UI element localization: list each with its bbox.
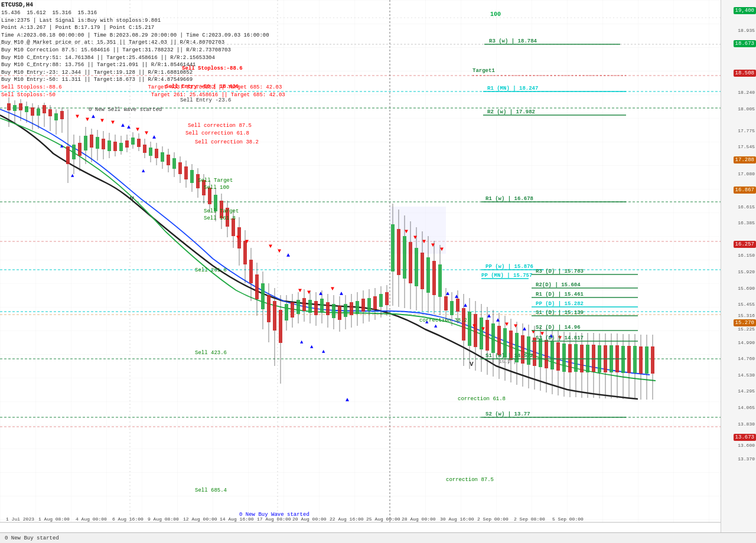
svg-text:▲: ▲	[496, 317, 500, 323]
svg-rect-168	[444, 296, 448, 310]
svg-text:▲: ▲	[92, 113, 95, 120]
svg-rect-150	[391, 224, 395, 272]
svg-text:▼: ▼	[413, 234, 417, 241]
line-info: Line:2375 | Last Signal is:Buy with stop…	[1, 17, 285, 25]
svg-text:S1 (w) | 14.572: S1 (w) | 14.572	[485, 353, 533, 359]
svg-rect-46	[84, 136, 87, 151]
svg-rect-24	[19, 103, 22, 110]
svg-rect-42	[72, 145, 76, 159]
svg-text:▲: ▲	[300, 339, 304, 345]
price-13370: 13.370	[738, 456, 755, 462]
svg-text:▲: ▲	[523, 326, 526, 332]
svg-rect-154	[403, 236, 406, 279]
svg-rect-202	[545, 340, 548, 368]
svg-text:S2 (D) | 14.96: S2 (D) | 14.96	[536, 325, 581, 331]
svg-text:▼: ▼	[431, 242, 435, 248]
svg-rect-120	[302, 298, 306, 311]
svg-text:R2 (w) | 17.982: R2 (w) | 17.982	[487, 109, 535, 115]
svg-rect-132	[338, 306, 341, 320]
svg-rect-62	[131, 138, 135, 145]
svg-text:correction 61.8: correction 61.8	[458, 396, 506, 402]
svg-text:▼: ▼	[514, 323, 517, 329]
svg-rect-142	[367, 298, 371, 311]
info-panel: ETCUSD,H4 15.436 15.612 15.316 15.316 Li…	[1, 1, 285, 99]
svg-rect-138	[356, 301, 359, 314]
svg-rect-40	[66, 146, 70, 164]
price-13673: 13.673	[734, 434, 756, 441]
svg-text:1 Jul 2023: 1 Jul 2023	[6, 516, 34, 522]
svg-rect-58	[119, 143, 123, 151]
svg-rect-234	[639, 346, 643, 374]
svg-rect-48	[90, 135, 93, 148]
svg-rect-116	[291, 302, 294, 318]
svg-rect-238	[651, 346, 654, 374]
svg-text:▼: ▼	[331, 286, 334, 292]
svg-rect-182	[485, 320, 489, 351]
svg-rect-200	[539, 339, 542, 367]
svg-text:V: V	[470, 361, 474, 368]
svg-rect-112	[279, 310, 282, 343]
point-info: Point A:13.267 | Point B:17.179 | Point …	[1, 24, 285, 32]
svg-text:▲: ▲	[152, 134, 156, 140]
buy-info-5: Buy M10 Entry:-23: 12.344 || Target:19.1…	[1, 69, 285, 77]
svg-text:▼: ▼	[86, 116, 89, 123]
svg-rect-34	[48, 109, 52, 116]
svg-rect-50	[96, 137, 99, 149]
svg-text:25 Aug 00:00: 25 Aug 00:00	[366, 516, 400, 522]
price-18240: 18.240	[738, 90, 755, 95]
svg-text:30 Aug 16:00: 30 Aug 16:00	[440, 516, 474, 522]
svg-text:▲: ▲	[446, 290, 449, 297]
price-14065: 14.065	[738, 405, 755, 410]
svg-text:6 Aug 16:00: 6 Aug 16:00	[112, 516, 144, 522]
svg-rect-158	[415, 248, 418, 286]
price-15920: 15.920	[738, 269, 755, 274]
svg-text:R1 (D) | 15.461: R1 (D) | 15.461	[536, 292, 584, 297]
svg-text:17 Aug 08:00: 17 Aug 08:00	[257, 516, 291, 522]
buy-info-7: Sell Stoploss:-88.6 Target 433: 31.78823…	[1, 84, 285, 91]
svg-text:▼: ▼	[481, 326, 485, 332]
svg-text:▼: ▼	[472, 323, 476, 329]
buy-info-2: Buy M10 Correction 87.5: 15.684616 || Ta…	[1, 47, 285, 54]
svg-rect-128	[326, 302, 330, 315]
svg-rect-36	[54, 113, 58, 120]
buy-info-6: Buy M10 Entry:-50: 11.311 || Target:18.6…	[1, 76, 285, 84]
svg-text:correction 38.2: correction 38.2	[419, 318, 467, 323]
svg-rect-148	[385, 292, 389, 305]
price-14760: 14.760	[738, 356, 755, 361]
svg-text:5 Sep 00:00: 5 Sep 00:00	[552, 516, 584, 522]
svg-rect-122	[308, 300, 312, 313]
svg-rect-236	[645, 346, 649, 374]
svg-text:▼: ▼	[76, 113, 79, 120]
svg-text:▼: ▼	[278, 248, 281, 254]
price-13600: 13.600	[738, 443, 755, 448]
price-17775: 17.775	[738, 127, 755, 133]
price-14295: 14.295	[738, 388, 755, 394]
buy-info-3: Buy M10 C_Entry:51: 14.761384 || Target:…	[1, 54, 285, 62]
price-16385: 16.385	[738, 220, 755, 225]
svg-rect-80	[184, 166, 188, 179]
svg-rect-156	[409, 242, 412, 283]
svg-text:Sell 261.8: Sell 261.8	[195, 267, 227, 273]
svg-text:▲: ▲	[71, 173, 74, 179]
svg-rect-30	[37, 109, 40, 116]
svg-text:▲: ▲	[310, 344, 314, 350]
svg-text:Sell correction 87.5: Sell correction 87.5	[188, 123, 252, 129]
svg-rect-164	[432, 261, 436, 295]
svg-text:PP (MN) | 15.757: PP (MN) | 15.757	[481, 273, 532, 279]
price-18005: 18.005	[738, 106, 755, 112]
svg-text:R2(D) | 15.604: R2(D) | 15.604	[536, 282, 581, 288]
svg-rect-144	[373, 296, 377, 309]
svg-rect-180	[480, 318, 483, 349]
svg-text:Sell Target: Sell Target	[198, 178, 233, 184]
svg-rect-52	[102, 139, 105, 149]
time-info: Time A:2023.08.18 00:00:00 | Time B:2023…	[1, 32, 285, 40]
svg-text:▼: ▼	[505, 321, 509, 328]
chart-container: MARKETZISE	[0, 0, 756, 543]
svg-text:▼: ▼	[236, 234, 240, 241]
svg-rect-218	[592, 345, 595, 372]
svg-text:2 Sep 08:00: 2 Sep 08:00	[514, 516, 545, 522]
svg-text:R3 (D) | 15.783: R3 (D) | 15.783	[536, 269, 584, 274]
price-scale: 19,400 18.673 18.508 18.935 18.240 18.00…	[721, 0, 756, 543]
price-16857: 16.867	[734, 187, 756, 194]
svg-text:▲: ▲	[286, 252, 290, 259]
